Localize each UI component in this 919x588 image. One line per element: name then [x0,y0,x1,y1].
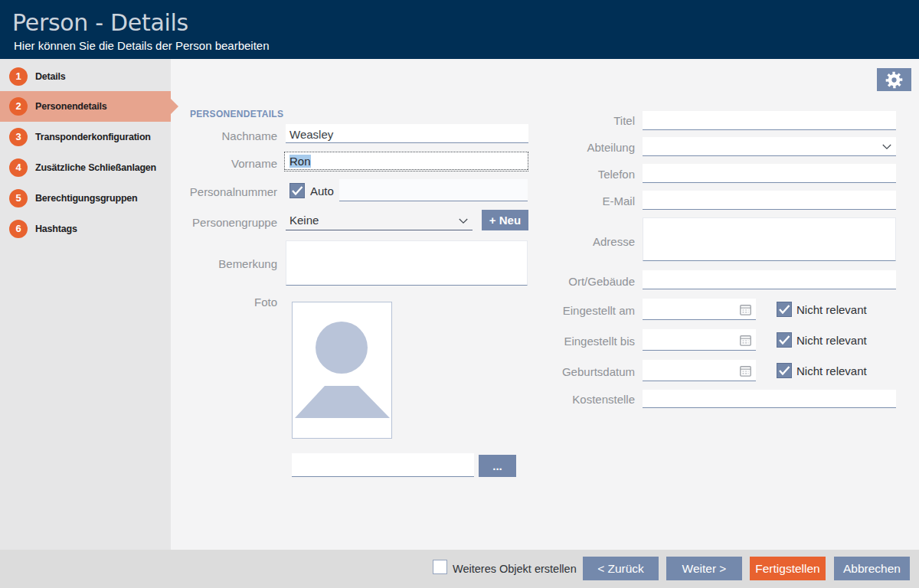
create-another-label: Weiteres Objekt erstellen [453,563,577,575]
next-button[interactable]: Weiter > [666,557,742,580]
checkmark-icon [779,366,790,376]
active-step-arrow [171,99,178,114]
eingestellt-bis-label: Eingestellt bis [528,335,635,348]
eingestellt-am-not-relevant-label: Nicht relevant [796,303,867,316]
eingestellt-bis-input[interactable] [643,329,756,351]
photo-placeholder [292,302,392,439]
wizard-header: Person - Details Hier können Sie die Det… [0,0,919,59]
sidebar-item-transponderkonfiguration[interactable]: 3 Transponderkonfiguration [0,122,171,152]
geburtsdatum-not-relevant-checkbox[interactable] [777,363,792,378]
page-title: Person - Details [12,9,188,36]
page-subtitle: Hier können Sie die Details der Person b… [14,39,270,52]
sidebar-item-label: Details [35,61,66,92]
wizard-steps-sidebar: 1 Details 2 Personendetails 3 Transponde… [0,59,171,550]
bemerkung-textarea[interactable] [286,240,528,286]
vorname-input[interactable]: Ron [284,152,528,172]
personengruppe-label: Personengruppe [162,216,277,229]
chevron-down-icon [882,144,891,150]
browse-photo-button[interactable]: ... [479,455,516,477]
step-number-badge: 4 [9,158,28,177]
adresse-textarea[interactable] [643,217,896,261]
eingestellt-bis-not-relevant-checkbox[interactable] [777,332,792,348]
telefon-label: Telefon [528,168,635,181]
titel-label: Titel [528,114,635,127]
step-number-badge: 5 [9,189,28,207]
telefon-input[interactable] [643,164,896,183]
eingestellt-am-input[interactable] [643,299,756,320]
kostenstelle-label: Kostenstelle [528,393,635,406]
email-label: E-Mail [528,194,635,207]
auto-checkbox[interactable] [289,183,305,198]
sidebar-item-label: Berechtigungsgruppen [35,183,138,214]
checkmark-icon [292,186,303,196]
vorname-label: Vorname [162,157,277,170]
calendar-icon [739,334,752,347]
nachname-label: Nachname [162,129,277,142]
adresse-label: Adresse [528,235,635,248]
abteilung-label: Abteilung [528,141,635,154]
personengruppe-select[interactable]: Keine [286,211,473,230]
calendar-icon [739,303,752,316]
geburtsdatum-not-relevant-label: Nicht relevant [796,364,867,377]
foto-path-input[interactable] [292,453,474,477]
personalnummer-input[interactable] [339,179,528,201]
eingestellt-bis-not-relevant-label: Nicht relevant [796,334,867,347]
sidebar-item-hashtags[interactable]: 6 Hashtags [0,214,171,244]
step-number-badge: 2 [9,97,28,116]
eingestellt-am-label: Eingestellt am [528,304,635,317]
personalnummer-label: Personalnummer [162,185,277,198]
titel-input[interactable] [643,111,896,130]
kostenstelle-input[interactable] [643,390,896,408]
sidebar-item-label: Hashtags [35,214,77,244]
back-button[interactable]: < Zurück [583,557,659,580]
nachname-input[interactable]: Weasley [286,124,528,143]
new-personengruppe-button[interactable]: + Neu [482,210,528,230]
gear-icon [885,71,903,89]
checkmark-icon [779,305,790,315]
cancel-button[interactable]: Abbrechen [834,557,910,580]
sidebar-item-berechtigungsgruppen[interactable]: 5 Berechtigungsgruppen [0,183,171,214]
foto-label: Foto [162,296,277,309]
geburtsdatum-label: Geburtsdatum [528,365,635,378]
step-number-badge: 3 [9,128,28,146]
ort-label: Ort/Gebäude [528,275,635,288]
sidebar-item-personendetails[interactable]: 2 Personendetails [0,91,171,122]
checkmark-icon [779,335,790,345]
settings-button[interactable] [877,68,911,91]
create-another-checkbox[interactable] [433,560,447,574]
email-input[interactable] [643,191,896,210]
selected-text: Ron [289,155,311,168]
sidebar-item-label: Transponderkonfiguration [35,122,151,152]
step-number-badge: 1 [9,67,28,86]
chevron-down-icon [459,218,468,224]
finish-button[interactable]: Fertigstellen [750,557,826,580]
sidebar-item-label: Personendetails [35,91,107,122]
sidebar-item-label: Zusätzliche Schließanlagen [35,152,156,183]
ort-input[interactable] [643,270,896,289]
sidebar-item-details[interactable]: 1 Details [0,61,171,92]
person-silhouette-icon [293,302,391,438]
auto-label: Auto [310,185,334,198]
eingestellt-am-not-relevant-checkbox[interactable] [777,302,792,317]
section-title: PERSONENDETAILS [190,109,283,119]
sidebar-item-zusaetzliche-schliessanlagen[interactable]: 4 Zusätzliche Schließanlagen [0,152,171,183]
calendar-icon [739,364,752,377]
geburtsdatum-input[interactable] [643,360,756,381]
personengruppe-value: Keine [289,214,319,227]
step-number-badge: 6 [9,220,28,238]
abteilung-select[interactable] [643,137,896,156]
bemerkung-label: Bemerkung [162,257,277,270]
